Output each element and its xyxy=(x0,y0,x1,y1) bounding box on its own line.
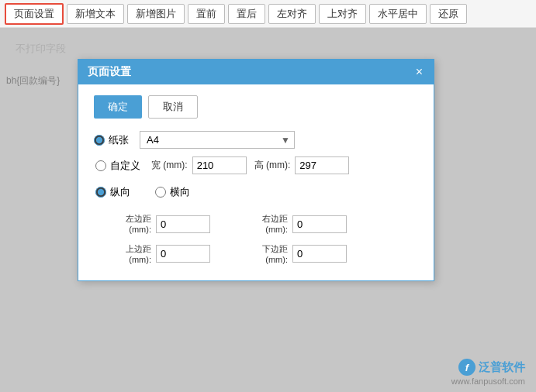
landscape-label: 横向 xyxy=(170,185,190,199)
top-margin-input[interactable] xyxy=(156,245,210,263)
brand-name: 泛普软件 xyxy=(479,360,525,375)
height-input[interactable] xyxy=(295,156,349,174)
main-area: 不打印字段 bh{回款编号} 页面设置 × 确定 取消 纸张 A4 xyxy=(0,28,536,392)
landscape-radio[interactable] xyxy=(155,187,166,198)
toolbar-btn-align-top[interactable]: 上对齐 xyxy=(319,4,366,24)
height-label: 高 (mm): xyxy=(254,159,291,172)
margins-section: 左边距(mm): 上边距(mm): 右边距(mm): 下边距(m xyxy=(105,213,418,265)
toolbar-btn-add-image[interactable]: 新增图片 xyxy=(127,4,185,24)
right-margin-label: 右边距(mm): xyxy=(241,213,288,236)
left-margin-row: 左边距(mm): xyxy=(105,213,210,236)
modal-title: 页面设置 xyxy=(88,65,131,79)
paper-select[interactable]: A4 A3 B5 Letter 自定义 xyxy=(140,131,295,149)
portrait-radio-label[interactable]: 纵向 xyxy=(95,185,130,199)
toolbar-btn-add-text[interactable]: 新增文本 xyxy=(67,4,124,24)
width-input[interactable] xyxy=(192,156,247,174)
toolbar-btn-center[interactable]: 水平居中 xyxy=(369,4,427,24)
orientation-row: 纵向 横向 xyxy=(95,185,418,199)
portrait-radio[interactable] xyxy=(95,187,106,198)
paper-label: 纸张 xyxy=(109,133,129,147)
brand-icon: f xyxy=(458,359,475,376)
bottom-margin-label: 下边距(mm): xyxy=(241,243,288,266)
custom-radio-label[interactable]: 自定义 xyxy=(95,159,140,173)
portrait-label: 纵向 xyxy=(110,185,130,199)
left-margin-label: 左边距(mm): xyxy=(105,213,151,236)
brand: f 泛普软件 www.fanpusoft.com xyxy=(451,359,525,386)
width-label: 宽 (mm): xyxy=(151,159,188,172)
toolbar-btn-restore[interactable]: 还原 xyxy=(430,4,467,24)
paper-radio[interactable] xyxy=(94,135,105,146)
custom-label: 自定义 xyxy=(110,159,140,173)
right-margin-row: 右边距(mm): xyxy=(241,213,347,236)
custom-radio[interactable] xyxy=(95,160,106,171)
cancel-button[interactable]: 取消 xyxy=(148,95,198,119)
left-margin-group: 左边距(mm): 上边距(mm): xyxy=(105,213,210,265)
right-margin-group: 右边距(mm): 下边距(mm): xyxy=(241,213,347,265)
toolbar: 页面设置 新增文本 新增图片 置前 置后 左对齐 上对齐 水平居中 还原 xyxy=(0,0,536,28)
brand-url: www.fanpusoft.com xyxy=(451,377,525,386)
landscape-radio-label[interactable]: 横向 xyxy=(155,185,190,199)
toolbar-btn-page-setup[interactable]: 页面设置 xyxy=(5,3,64,25)
bottom-margin-row: 下边距(mm): xyxy=(241,243,347,266)
toolbar-btn-send-back[interactable]: 置后 xyxy=(228,4,265,24)
bottom-margin-input[interactable] xyxy=(292,245,347,263)
top-margin-label: 上边距(mm): xyxy=(105,243,151,266)
right-margin-input[interactable] xyxy=(292,215,347,233)
confirm-button[interactable]: 确定 xyxy=(94,95,142,119)
toolbar-btn-align-left[interactable]: 左对齐 xyxy=(268,4,316,24)
modal-actions: 确定 取消 xyxy=(94,95,418,119)
paper-select-wrap: A4 A3 B5 Letter 自定义 ▼ xyxy=(140,131,295,149)
brand-logo: f 泛普软件 xyxy=(458,359,525,376)
modal-close-button[interactable]: × xyxy=(414,66,424,78)
paper-row: 纸张 A4 A3 B5 Letter 自定义 ▼ xyxy=(94,131,418,149)
top-margin-row: 上边距(mm): xyxy=(105,243,210,266)
toolbar-btn-bring-front[interactable]: 置前 xyxy=(188,4,225,24)
custom-row: 自定义 宽 (mm): 高 (mm): xyxy=(95,156,418,174)
modal-header: 页面设置 × xyxy=(78,60,434,84)
left-margin-input[interactable] xyxy=(156,215,210,233)
page-setup-dialog: 页面设置 × 确定 取消 纸张 A4 A3 B5 xyxy=(78,59,434,281)
paper-radio-label[interactable]: 纸张 xyxy=(94,133,129,147)
modal-body: 确定 取消 纸张 A4 A3 B5 Letter 自定义 ▼ xyxy=(78,84,434,280)
